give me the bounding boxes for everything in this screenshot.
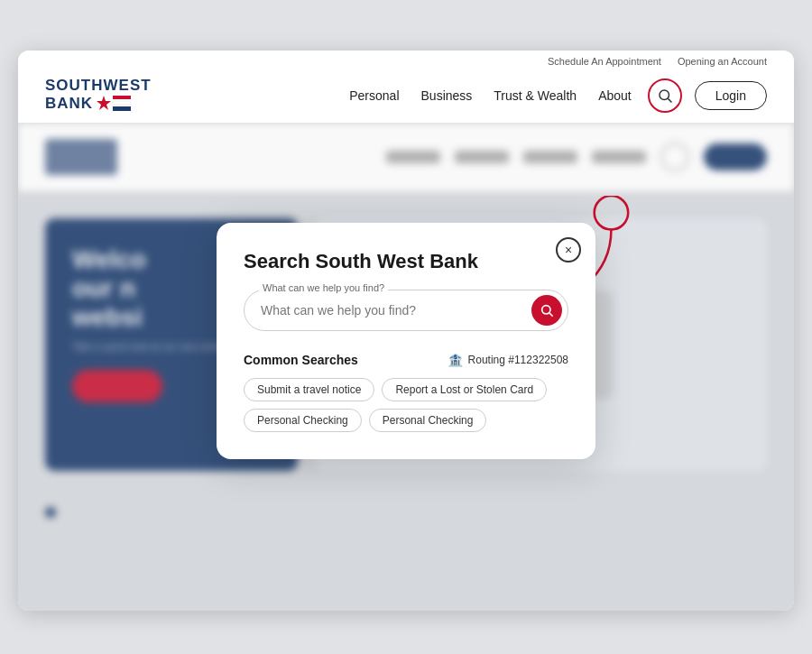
logo-line1: SouthWest: [45, 78, 152, 94]
svg-rect-3: [113, 106, 131, 111]
chips-row: Submit a travel notice Report a Lost or …: [244, 378, 568, 432]
background-section: Welcoour nwebsi Take a quick look at our…: [18, 124, 794, 611]
logo-line2: Bank: [45, 96, 93, 112]
search-input[interactable]: [261, 303, 522, 318]
modal-close-button[interactable]: ×: [556, 237, 581, 263]
nav-about[interactable]: About: [598, 88, 632, 103]
common-searches-header: Common Searches 🏦 Routing #112322508: [244, 353, 568, 367]
svg-marker-0: [97, 96, 111, 110]
page-wrapper: Schedule An Appointment Opening an Accou…: [0, 0, 812, 654]
bg-navbar: [18, 124, 794, 191]
svg-line-5: [668, 98, 671, 102]
bg-nav-pill: [592, 151, 646, 163]
navbar: Schedule An Appointment Opening an Accou…: [18, 51, 794, 124]
logo: SouthWest Bank: [45, 78, 152, 114]
bg-hero-cta: [72, 370, 162, 402]
svg-rect-2: [113, 101, 131, 105]
routing-info: 🏦 Routing #112322508: [448, 353, 568, 367]
chip-personal-checking-1[interactable]: Personal Checking: [244, 409, 362, 432]
modal-title: Search South West Bank: [244, 250, 568, 273]
bg-login-btn: [704, 143, 767, 170]
nav-business[interactable]: Business: [421, 88, 473, 103]
svg-line-9: [549, 313, 553, 317]
search-field-wrapper: What can we help you find?: [244, 290, 568, 331]
search-submit-icon: [540, 303, 554, 318]
bg-pagination: [45, 507, 56, 518]
bg-search-circle: [660, 143, 689, 171]
svg-rect-1: [113, 96, 131, 99]
search-submit-button[interactable]: [531, 295, 562, 326]
login-button[interactable]: Login: [695, 81, 767, 110]
chip-travel-notice[interactable]: Submit a travel notice: [244, 378, 374, 401]
routing-number: Routing #112322508: [468, 354, 568, 366]
schedule-appointment-link[interactable]: Schedule An Appointment: [548, 56, 661, 67]
bank-icon: 🏦: [448, 353, 463, 367]
bg-nav-pill: [455, 151, 509, 163]
bg-logo: [45, 139, 117, 175]
svg-point-4: [660, 90, 669, 100]
navbar-main: SouthWest Bank: [45, 69, 767, 123]
close-icon: ×: [565, 243, 572, 257]
navbar-top: Schedule An Appointment Opening an Accou…: [45, 51, 767, 69]
common-searches-label: Common Searches: [244, 353, 358, 367]
search-field-label: What can we help you find?: [259, 282, 388, 293]
browser-frame: Schedule An Appointment Opening an Accou…: [18, 51, 794, 611]
search-icon: [657, 88, 673, 104]
nav-personal[interactable]: Personal: [349, 88, 399, 103]
logo-flag-icon: [97, 94, 131, 114]
opening-account-link[interactable]: Opening an Account: [678, 56, 767, 67]
bg-nav-items: [386, 143, 767, 171]
search-modal: × Search South West Bank What can we hel…: [217, 223, 595, 459]
nav-links: Personal Business Trust & Wealth About: [349, 88, 631, 103]
bg-nav-pill: [523, 151, 577, 163]
nav-trust-wealth[interactable]: Trust & Wealth: [494, 88, 577, 103]
chip-personal-checking-2[interactable]: Personal Checking: [369, 409, 487, 432]
chip-lost-card[interactable]: Report a Lost or Stolen Card: [382, 378, 547, 401]
bg-nav-pill: [386, 151, 440, 163]
search-icon-button[interactable]: [648, 78, 682, 113]
svg-point-8: [542, 306, 550, 314]
